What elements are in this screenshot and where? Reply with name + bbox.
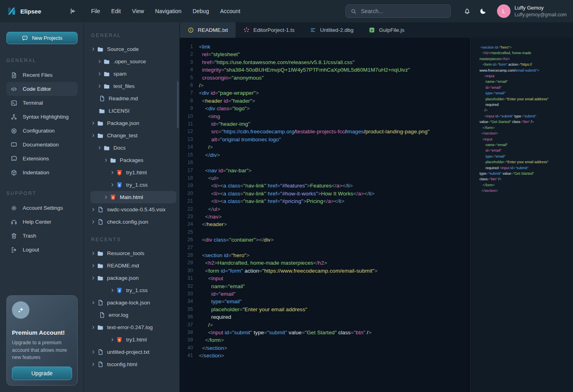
sidebar: New Projects GENERALRecent FilesCode Edi… (0, 22, 84, 392)
tree-item-label: LICENSI (109, 108, 130, 114)
tree-item-docs[interactable]: Docs (90, 142, 176, 154)
tree-item-readme-md[interactable]: Readme.md (90, 92, 176, 105)
menu-navigation[interactable]: Navigation (155, 8, 181, 14)
tree-item-check-config-json[interactable]: check.config.json (90, 216, 176, 228)
app-logo-icon (6, 6, 17, 16)
line-number: 18 (180, 174, 193, 182)
tab-untlited-2-dbg[interactable]: Untlited-2.dbg (302, 22, 361, 38)
tree-item-label: Package.json (107, 120, 139, 126)
sidebar-item-terminal[interactable]: Terminal (6, 96, 78, 110)
sidebar-item-syntax-highlighting[interactable]: Syntax Highlighting (6, 110, 78, 124)
code-line: 8 <header id="header"> (180, 97, 470, 105)
folder-icon (96, 46, 104, 53)
sidebar-item-account-settings[interactable]: Account Settings (6, 201, 78, 215)
tree-item-try1-html[interactable]: 5try1.html (90, 166, 176, 179)
new-projects-button[interactable]: New Projects (6, 32, 78, 44)
tree-item-untlited-project-txt[interactable]: untlited-project.txt (90, 346, 176, 358)
menubar: FileEditViewNavigationDebugAccount (91, 8, 240, 14)
search-input[interactable] (360, 8, 446, 15)
cube-icon (10, 169, 18, 176)
minimap-line: placeholder="Enter your email address" (479, 159, 571, 165)
user-profile-chip[interactable]: L Luffy Gemoy Luffy.gemoy@gmail.com (497, 4, 567, 18)
code-line-content: <nav id="nav-bar"> (199, 167, 251, 174)
line-number: 9 (180, 105, 193, 112)
collapse-sidebar-icon[interactable] (68, 6, 78, 16)
tree-item-error-log[interactable]: error.log (90, 309, 176, 321)
sidebar-item-trash[interactable]: Trash (6, 229, 78, 243)
sidebar-item-recent-files[interactable]: Recent Files (6, 68, 78, 82)
sidebar-item-indentation[interactable]: Indentation (6, 166, 78, 179)
tree-item-source-code[interactable]: Source_code (90, 43, 176, 55)
sidebar-item-label: Help Center (23, 219, 51, 225)
code-line: 22 </ul> (180, 205, 470, 213)
code-line: 1<link (180, 43, 470, 51)
sidebar-item-documentation[interactable]: Documentation (6, 138, 78, 152)
svg-text:5: 5 (119, 338, 120, 341)
tree-item-packages[interactable]: Packages (90, 154, 176, 166)
line-number: 20 (180, 190, 193, 197)
menu-edit[interactable]: Edit (111, 8, 121, 14)
line-number: 24 (180, 220, 193, 228)
sidebar-item-configuration[interactable]: Configuration (6, 124, 78, 138)
line-number: 11 (180, 120, 193, 128)
tree-item-open-source[interactable]: .open_source (90, 55, 176, 68)
sidebar-item-code-editor[interactable]: Code Editor (6, 82, 78, 96)
sidebar-item-extensions[interactable]: Extensions (6, 152, 78, 166)
tree-item-swdc-vscode-0-5-45-vsix[interactable]: swdc-vscode-0.5.45.vsix (90, 203, 176, 216)
tree-item-spam[interactable]: spam (90, 68, 176, 80)
tree-item-change-test[interactable]: Change_test (90, 129, 176, 142)
code-line: 7<div id="page-wrapper"> (180, 89, 470, 97)
minimap-line: required (479, 102, 571, 107)
tree-item-readme-md[interactable]: README.md (90, 259, 176, 272)
trash-icon (10, 232, 18, 240)
tree-item-test-files[interactable]: test_files (90, 80, 176, 92)
tree-item-label: Change_test (107, 133, 138, 138)
line-number: 10 (180, 113, 193, 120)
sidebar-item-logout[interactable]: Logout (6, 243, 78, 257)
menu-account[interactable]: Account (220, 8, 240, 14)
menu-file[interactable]: File (91, 8, 100, 14)
code-line-content: <input id="submit" type="submit" value="… (199, 329, 372, 336)
code-line: 9 <div class="logo"> (180, 105, 470, 112)
tab-readme-txt[interactable]: README.txt (180, 22, 236, 38)
tree-item-text-error-0-247-log[interactable]: text-error-0.247.log (90, 321, 176, 333)
tree-item-label: test_files (113, 83, 134, 89)
file-icon (96, 299, 104, 306)
css-icon: 3 (115, 181, 123, 189)
code-line: 40 </section> (180, 344, 470, 352)
minimap-line: id="email" (479, 148, 571, 153)
code-line-content: id="email" (199, 290, 236, 298)
chevron-icon (91, 207, 96, 212)
tree-item-package-json[interactable]: package.json (90, 272, 176, 284)
code-line: 26 <div class="container"></div> (180, 236, 470, 244)
tree-item-try-1-css[interactable]: 3try_1.css (90, 284, 176, 296)
folder-icon (96, 132, 104, 139)
tree-scrollbar[interactable] (177, 81, 179, 128)
notifications-bell-icon[interactable] (462, 6, 472, 16)
hierarchy-icon (10, 113, 18, 121)
tab-editorporject-1-ts[interactable]: EditorPorject-1.ts (236, 22, 302, 38)
menu-view[interactable]: View (132, 8, 144, 14)
tree-item-package-json[interactable]: Package.json (90, 117, 176, 129)
tab-gulpfile-js[interactable]: jsGulpFile.js (361, 22, 412, 38)
tree-item-tsconfig-html[interactable]: tsconfig.html (90, 358, 176, 371)
search-box[interactable] (345, 4, 451, 18)
sidebar-item-help-center[interactable]: Help Center (6, 215, 78, 229)
minimap[interactable]: <section id="hero"> <h2>Handcrafted, hom… (470, 38, 573, 392)
code-editor-surface[interactable]: 1<link2 rel="stylesheet"3 href="https://… (180, 38, 470, 392)
tree-item-licensi[interactable]: LICENSI (90, 105, 176, 117)
code-line-content: /> (199, 321, 213, 329)
dark-mode-moon-icon[interactable] (478, 6, 488, 16)
upgrade-button[interactable]: Upgrade (12, 367, 72, 380)
menu-debug[interactable]: Debug (193, 8, 209, 14)
tree-item-resuorce-tools[interactable]: Resuorce_tools (90, 247, 176, 259)
tree-item-package-lock-json[interactable]: package-lock.json (90, 296, 176, 309)
code-line: 29 <h2>Handcrafted, home-made masterpiec… (180, 259, 470, 267)
tree-item-main-html[interactable]: 5Main.html (90, 191, 176, 203)
sidebar-item-label: Trash (23, 233, 36, 239)
tree-item-try1-html[interactable]: 5try1.html (90, 333, 176, 346)
tree-item-try-1-css[interactable]: 3try_1.css (90, 179, 176, 191)
code-line: 34 type="email" (180, 298, 470, 305)
headset-icon (10, 218, 18, 226)
tree-section-label: GENERAL (91, 33, 176, 38)
